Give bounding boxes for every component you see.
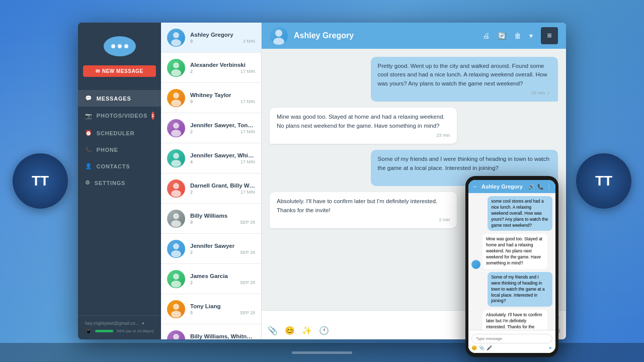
emoji-button[interactable]: 😊 bbox=[285, 326, 295, 335]
sidebar-item-messages[interactable]: 💬 MESSAGES bbox=[78, 90, 161, 107]
phone-more-icon[interactable]: ⋮ bbox=[546, 184, 551, 190]
avatar-7 bbox=[167, 210, 185, 228]
sidebar-navigation: 💬 MESSAGES 📷 PHOTOS/VIDEOS 1 ⏰ SCHEDULER… bbox=[78, 88, 161, 315]
conversation-item-11[interactable]: Billy Williams, Whitney Taylor 1 SEP 28 bbox=[161, 324, 261, 339]
phone-send-button[interactable]: ➤ bbox=[548, 345, 552, 350]
conv-meta-9: 2 SEP 28 bbox=[190, 280, 255, 285]
app-icon-area: ✉ NEW MESSAGE bbox=[78, 23, 161, 88]
sidebar-item-photos-videos[interactable]: 📷 PHOTOS/VIDEOS 1 bbox=[78, 107, 161, 125]
print-button[interactable]: 🖨 bbox=[482, 32, 490, 40]
conversation-item-5[interactable]: Jennifer Sawyer, Whitney Taylor 4 17 MIN bbox=[161, 143, 261, 173]
battery-fill bbox=[95, 330, 113, 332]
conv-time-3: 17 MIN bbox=[240, 99, 255, 104]
conversation-item-1[interactable]: Ashley Gregory 9 2 MIN bbox=[161, 23, 261, 53]
avatar-11 bbox=[167, 330, 185, 340]
conversation-item-9[interactable]: James Garcia 2 SEP 28 bbox=[161, 264, 261, 294]
photos-label: PHOTOS/VIDEOS bbox=[97, 113, 147, 119]
conv-info-4: Jennifer Sawyer, Tony Liang 2 17 MIN bbox=[190, 122, 255, 134]
phone-back-button[interactable]: ← bbox=[472, 183, 478, 190]
svg-point-11 bbox=[173, 123, 179, 129]
conv-meta-8: 2 SEP 28 bbox=[190, 250, 255, 255]
conversation-item-2[interactable]: Alexander Verbinski 2 17 MIN bbox=[161, 53, 261, 83]
scheduler-label: SCHEDULER bbox=[97, 130, 135, 136]
account-info[interactable]: hey.mightytext@gmail.co... ▼ bbox=[85, 321, 154, 326]
chat-header-actions: 🖨 🔄 🗑 ▾ ≡ bbox=[482, 27, 558, 44]
conversation-item-8[interactable]: Jennifer Sawyer 2 SEP 28 bbox=[161, 234, 261, 264]
conv-time-5: 17 MIN bbox=[240, 159, 255, 164]
phone-message-recv-1: Mine was good too. Stayed at home and ha… bbox=[482, 234, 547, 268]
conversations-panel: Ashley Gregory 9 2 MIN Alexander Verbins… bbox=[161, 23, 262, 339]
conv-time-4: 17 MIN bbox=[240, 129, 255, 134]
conv-info-8: Jennifer Sawyer 2 SEP 28 bbox=[190, 243, 255, 255]
avatar-9 bbox=[167, 270, 185, 288]
conv-time-9: SEP 28 bbox=[240, 280, 255, 285]
conv-name-6: Darnell Grant, Billy Williams bbox=[190, 183, 255, 189]
conv-count-1: 9 bbox=[190, 39, 193, 44]
conv-info-7: Billy Williams 9 SEP 28 bbox=[190, 213, 255, 225]
svg-point-7 bbox=[173, 62, 179, 68]
conv-count-5: 4 bbox=[190, 159, 193, 164]
sidebar-item-scheduler[interactable]: ⏰ SCHEDULER bbox=[78, 125, 161, 141]
conversation-item-3[interactable]: Whitney Taylor 9 17 MIN bbox=[161, 83, 261, 113]
conv-name-4: Jennifer Sawyer, Tony Liang bbox=[190, 122, 255, 128]
svg-point-6 bbox=[171, 39, 181, 46]
conv-name-5: Jennifer Sawyer, Whitney Taylor bbox=[190, 152, 255, 158]
conv-time-1: 2 MIN bbox=[243, 39, 255, 44]
battery-bar-container: 📱 99% (as of 10:36pm) bbox=[85, 328, 154, 334]
conv-count-7: 9 bbox=[190, 220, 193, 225]
expand-button[interactable]: ▾ bbox=[529, 32, 533, 40]
conversation-item-6[interactable]: Darnell Grant, Billy Williams 2 17 MIN bbox=[161, 173, 261, 204]
conv-meta-4: 2 17 MIN bbox=[190, 129, 255, 134]
message-text-1: Pretty good. Went up to the city and wal… bbox=[378, 62, 551, 88]
conv-count-8: 2 bbox=[190, 250, 193, 255]
menu-button[interactable]: ≡ bbox=[541, 27, 558, 44]
sidebar-item-settings[interactable]: ⚙ SETTINGS bbox=[78, 174, 161, 191]
conv-meta-1: 9 2 MIN bbox=[190, 39, 255, 44]
svg-point-8 bbox=[171, 69, 181, 76]
phone-attach-icon[interactable]: 📎 bbox=[479, 345, 485, 350]
conversation-item-10[interactable]: Tony Liang 5 SEP 28 bbox=[161, 294, 261, 324]
phone-message-recv-2: Absolutely. I'll have to confirm later b… bbox=[482, 310, 547, 330]
phone-small-icon: 📱 bbox=[85, 328, 92, 334]
phone-message-row-1: Mine was good too. Stayed at home and ha… bbox=[471, 234, 552, 268]
delete-button[interactable]: 🗑 bbox=[514, 32, 521, 40]
svg-point-15 bbox=[173, 183, 179, 189]
message-4: Absolutely. I'll have to confirm later b… bbox=[270, 192, 457, 228]
sidebar-item-phone[interactable]: 📞 PHONE bbox=[78, 141, 161, 158]
svg-point-5 bbox=[173, 32, 179, 38]
check-icon bbox=[547, 90, 551, 97]
conv-name-10: Tony Liang bbox=[190, 303, 255, 309]
svg-point-12 bbox=[171, 130, 181, 137]
sidebar: ✉ NEW MESSAGE 💬 MESSAGES 📷 PHOTOS/VIDEOS… bbox=[78, 23, 161, 339]
svg-point-18 bbox=[171, 220, 181, 227]
svg-point-22 bbox=[171, 281, 181, 288]
new-message-button[interactable]: ✉ NEW MESSAGE bbox=[83, 65, 156, 77]
phone-call-icon[interactable]: 📞 bbox=[537, 184, 543, 190]
phone-speaker-icon[interactable]: 🔊 bbox=[528, 184, 534, 190]
svg-point-9 bbox=[173, 93, 179, 99]
phone-action-icons: 🔊 📞 ⋮ bbox=[528, 184, 551, 190]
sidebar-item-contacts[interactable]: 👤 CONTACTS bbox=[78, 158, 161, 174]
phone-emoji-icon[interactable]: 😊 bbox=[471, 345, 477, 350]
phone-header: ← Ashley Gregory 🔊 📞 ⋮ bbox=[468, 180, 555, 193]
magic-button[interactable]: ✨ bbox=[302, 326, 312, 335]
refresh-button[interactable]: 🔄 bbox=[498, 32, 506, 40]
conversation-item-7[interactable]: Billy Williams 9 SEP 28 bbox=[161, 204, 261, 234]
messages-icon: 💬 bbox=[85, 95, 93, 102]
attach-button[interactable]: 📎 bbox=[268, 326, 278, 335]
phone-mic-icon[interactable]: 🎤 bbox=[487, 345, 492, 350]
svg-point-13 bbox=[173, 153, 179, 159]
schedule-button[interactable]: 🕐 bbox=[319, 326, 329, 335]
chevron-down-icon: ▼ bbox=[141, 321, 145, 326]
scheduler-icon: ⏰ bbox=[85, 130, 93, 136]
conv-count-2: 2 bbox=[190, 69, 193, 74]
conv-name-8: Jennifer Sawyer bbox=[190, 243, 255, 249]
phone-input-field[interactable] bbox=[471, 334, 552, 343]
account-email: hey.mightytext@gmail.co... bbox=[85, 321, 139, 326]
tt-logo-left: TT bbox=[13, 153, 68, 209]
conv-time-7: SEP 28 bbox=[240, 220, 255, 225]
conversation-item-4[interactable]: Jennifer Sawyer, Tony Liang 2 17 MIN bbox=[161, 113, 261, 143]
message-text-4: Absolutely. I'll have to confirm later b… bbox=[277, 197, 450, 215]
svg-point-16 bbox=[171, 190, 181, 197]
contacts-label: CONTACTS bbox=[97, 163, 130, 169]
